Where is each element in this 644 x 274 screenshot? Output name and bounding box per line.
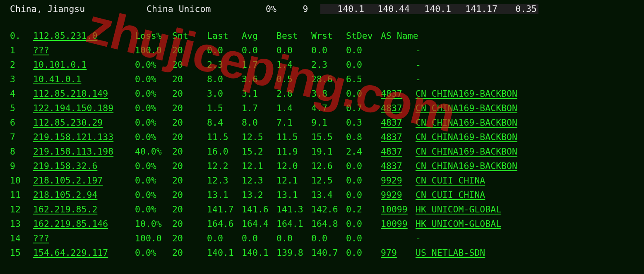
cell-best: 1.4 bbox=[276, 103, 311, 113]
col-host: 112.85.231.0 bbox=[33, 31, 135, 41]
header-count: 9 bbox=[293, 4, 318, 14]
cell-hop: 8 bbox=[10, 146, 33, 157]
cell-asname: CN CHINA169-BACKBON bbox=[416, 132, 565, 142]
col-snt: Snt bbox=[172, 31, 207, 41]
cell-wrst: 12.5 bbox=[311, 175, 346, 186]
cell-stdev: 0.0 bbox=[346, 190, 381, 200]
cell-wrst: 140.7 bbox=[311, 248, 346, 258]
cell-loss: 100.0 bbox=[135, 45, 172, 55]
cell-host: 112.85.218.149 bbox=[33, 88, 135, 99]
cell-asname: CN CHINA169-BACKBON bbox=[416, 103, 565, 113]
cell-stdev: 0.2 bbox=[346, 204, 381, 214]
cell-avg: 0.0 bbox=[242, 45, 276, 55]
trace-row: 1???100.0200.00.00.00.00.0- bbox=[10, 45, 644, 60]
cell-host: 219.158.121.133 bbox=[33, 132, 135, 142]
header-location: China, Jiangsu bbox=[10, 4, 147, 14]
cell-wrst: 19.1 bbox=[311, 146, 346, 157]
cell-best: 11.5 bbox=[276, 132, 311, 142]
trace-row: 13162.219.85.14610.0%20164.6164.4164.116… bbox=[10, 219, 644, 233]
cell-wrst: 9.1 bbox=[311, 117, 346, 128]
trace-row: 4112.85.218.1490.0%203.03.12.83.80.04837… bbox=[10, 88, 644, 103]
cell-loss: 0.0% bbox=[135, 190, 172, 200]
cell-best: 11.9 bbox=[276, 146, 311, 157]
cell-asname: - bbox=[416, 74, 565, 84]
trace-row: 10218.105.2.1970.0%2012.312.312.112.50.0… bbox=[10, 175, 644, 190]
cell-avg: 141.6 bbox=[242, 204, 276, 214]
cell-avg: 8.0 bbox=[242, 117, 276, 128]
cell-last: 13.1 bbox=[207, 190, 242, 200]
cell-as: 979 bbox=[381, 248, 416, 258]
trace-row: 14???100.0200.00.00.00.00.0- bbox=[10, 233, 644, 248]
cell-as: 9929 bbox=[381, 175, 416, 186]
cell-snt: 20 bbox=[172, 60, 207, 70]
cell-hop: 6 bbox=[10, 117, 33, 128]
cell-asname: - bbox=[416, 233, 565, 243]
header-stat-wrst: 141.17 bbox=[453, 4, 499, 14]
cell-snt: 20 bbox=[172, 175, 207, 186]
cell-best: 141.3 bbox=[276, 204, 311, 214]
cell-avg: 1.7 bbox=[242, 60, 276, 70]
cell-hop: 14 bbox=[10, 233, 33, 243]
cell-avg: 3.6 bbox=[242, 74, 276, 84]
cell-hop: 12 bbox=[10, 204, 33, 214]
cell-loss: 10.0% bbox=[135, 219, 172, 229]
trace-row: 9219.158.32.60.0%2012.212.112.012.60.048… bbox=[10, 161, 644, 175]
cell-host: ??? bbox=[33, 45, 135, 55]
cell-snt: 20 bbox=[172, 219, 207, 229]
cell-stdev: 2.4 bbox=[346, 146, 381, 157]
trace-row: 5122.194.150.1890.0%201.51.71.44.70.7483… bbox=[10, 103, 644, 117]
cell-hop: 11 bbox=[10, 190, 33, 200]
cell-last: 3.0 bbox=[207, 88, 242, 99]
trace-row: 310.41.0.10.0%208.03.60.528.66.5- bbox=[10, 74, 644, 88]
cell-last: 141.7 bbox=[207, 204, 242, 214]
cell-wrst: 0.0 bbox=[311, 233, 346, 243]
cell-as: 10099 bbox=[381, 204, 416, 214]
cell-host: 10.41.0.1 bbox=[33, 74, 135, 84]
cell-snt: 20 bbox=[172, 190, 207, 200]
cell-loss: 40.0% bbox=[135, 146, 172, 157]
cell-asname: CN CUII CHINA bbox=[416, 190, 565, 200]
col-best: Best bbox=[276, 31, 311, 41]
cell-asname: US NETLAB-SDN bbox=[416, 248, 565, 258]
cell-host: 112.85.230.29 bbox=[33, 117, 135, 128]
cell-snt: 20 bbox=[172, 161, 207, 171]
cell-last: 164.6 bbox=[207, 219, 242, 229]
cell-snt: 20 bbox=[172, 204, 207, 214]
cell-wrst: 0.0 bbox=[311, 45, 346, 55]
cell-loss: 0.0% bbox=[135, 175, 172, 186]
cell-asname: CN CHINA169-BACKBON bbox=[416, 161, 565, 171]
cell-loss: 0.0% bbox=[135, 132, 172, 142]
cell-last: 2.3 bbox=[207, 60, 242, 70]
cell-avg: 12.3 bbox=[242, 175, 276, 186]
cell-loss: 0.0% bbox=[135, 60, 172, 70]
cell-hop: 3 bbox=[10, 74, 33, 84]
cell-wrst: 15.5 bbox=[311, 132, 346, 142]
cell-stdev: 0.0 bbox=[346, 233, 381, 243]
cell-asname: HK UNICOM-GLOBAL bbox=[416, 219, 565, 229]
cell-host: 154.64.229.117 bbox=[33, 248, 135, 258]
cell-best: 12.0 bbox=[276, 161, 311, 171]
cell-stdev: 0.8 bbox=[346, 132, 381, 142]
cell-last: 8.0 bbox=[207, 74, 242, 84]
cell-asname: - bbox=[416, 45, 565, 55]
cell-asname: - bbox=[416, 60, 565, 70]
cell-asname: CN CHINA169-BACKBON bbox=[416, 117, 565, 128]
cell-best: 0.5 bbox=[276, 74, 311, 84]
cell-as: 4837 bbox=[381, 103, 416, 113]
cell-stdev: 0.0 bbox=[346, 88, 381, 99]
cell-avg: 15.2 bbox=[242, 146, 276, 157]
cell-last: 8.4 bbox=[207, 117, 242, 128]
cell-avg: 3.1 bbox=[242, 88, 276, 99]
cell-hop: 9 bbox=[10, 161, 33, 171]
col-last: Last bbox=[207, 31, 242, 41]
cell-host: 122.194.150.189 bbox=[33, 103, 135, 113]
cell-host: 10.101.0.1 bbox=[33, 60, 135, 70]
col-avg: Avg bbox=[242, 31, 276, 41]
column-header-row: 0. 112.85.231.0 Loss% Snt Last Avg Best … bbox=[10, 31, 644, 45]
cell-wrst: 2.3 bbox=[311, 60, 346, 70]
trace-row: 8219.158.113.19840.0%2016.015.211.919.12… bbox=[10, 146, 644, 161]
cell-wrst: 13.4 bbox=[311, 190, 346, 200]
cell-asname: HK UNICOM-GLOBAL bbox=[416, 204, 565, 214]
cell-loss: 0.0% bbox=[135, 204, 172, 214]
cell-host: ??? bbox=[33, 233, 135, 243]
